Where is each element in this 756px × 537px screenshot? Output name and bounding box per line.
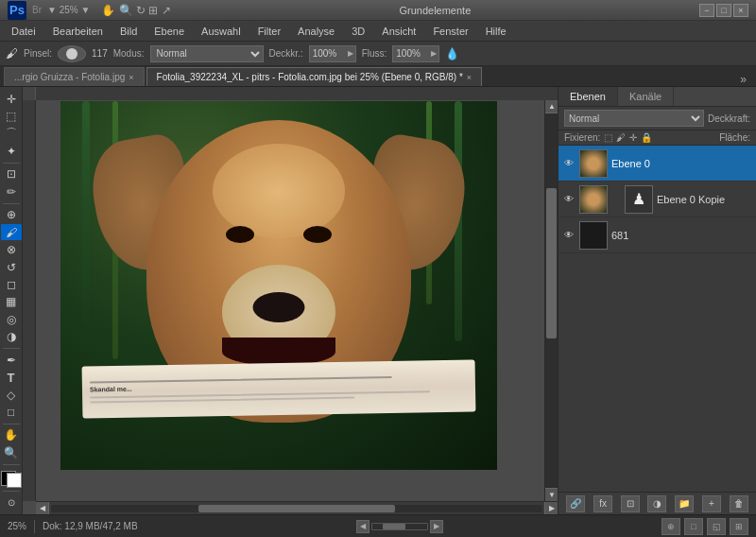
gradient-tool[interactable]: ▦ (1, 294, 22, 310)
flow-input[interactable]: 100% ▶ (392, 45, 439, 62)
scroll-right-button[interactable]: ▶ (544, 502, 558, 515)
scroll-left-button[interactable]: ◀ (36, 502, 49, 515)
eyedropper-tool[interactable]: ✏ (1, 183, 22, 199)
dog-eye-right (303, 226, 332, 243)
stalk-1 (82, 101, 90, 322)
new-layer-button[interactable]: + (702, 495, 721, 512)
clone-tool[interactable]: ⊗ (1, 241, 22, 257)
brush-tool[interactable]: 🖌 (1, 224, 22, 240)
tab-overflow-button[interactable]: » (734, 73, 752, 86)
menu-ansicht[interactable]: Ansicht (374, 24, 423, 39)
menu-bearbeiten[interactable]: Bearbeiten (45, 24, 111, 39)
status-arrow-left[interactable]: ◀ (356, 520, 369, 533)
canvas-area[interactable]: Skandal me... ◀ ▶ ▲ ▼ (23, 87, 558, 514)
pen-tool[interactable]: ✒ (1, 352, 22, 368)
layer-item-0[interactable]: 👁 Ebene 0 (558, 146, 756, 182)
tab-ebenen[interactable]: Ebenen (558, 87, 618, 106)
hand-tool[interactable]: ✋ (1, 427, 22, 443)
zoom-tool[interactable]: 🔍 (1, 444, 22, 460)
scroll-down-button[interactable]: ▼ (545, 488, 558, 501)
layer-visibility-1[interactable]: 👁 (562, 193, 576, 206)
layer-item-1[interactable]: 👁 ♟ Ebene 0 Kopie (558, 182, 756, 217)
new-group-button[interactable]: 📁 (675, 495, 694, 512)
brush-preview[interactable] (58, 45, 86, 62)
menu-fenster[interactable]: Fenster (425, 24, 475, 39)
adjustment-layer-button[interactable]: ◑ (647, 495, 666, 512)
link-layers-button[interactable]: 🔗 (566, 495, 585, 512)
menu-bild[interactable]: Bild (112, 24, 145, 39)
tab-close-1[interactable]: × (467, 73, 472, 82)
menu-auswahl[interactable]: Auswahl (194, 24, 249, 39)
vertical-scrollbar[interactable]: ▲ ▼ (544, 100, 558, 501)
layer-visibility-2[interactable]: 👁 (562, 229, 576, 242)
history-tool[interactable]: ↺ (1, 259, 22, 275)
text-tool[interactable]: T (1, 369, 22, 385)
background-color[interactable] (7, 473, 22, 488)
lock-transparent-icon[interactable]: ⬚ (604, 132, 612, 143)
lock-move-icon[interactable]: ✛ (629, 132, 637, 143)
status-arrow-right[interactable]: ▶ (430, 520, 443, 533)
ps-icon: Ps (8, 1, 26, 20)
healing-tool[interactable]: ⊕ (1, 206, 22, 222)
quick-mask-tool[interactable]: ⊙ (1, 494, 22, 511)
lasso-tool[interactable]: ⌒ (1, 126, 22, 142)
vertical-scroll-thumb[interactable] (546, 188, 557, 338)
status-icon-1[interactable]: ⊕ (662, 518, 680, 535)
canvas-wrapper[interactable]: Skandal me... (60, 101, 497, 470)
lock-paint-icon[interactable]: 🖌 (616, 132, 626, 143)
restore-button[interactable]: □ (716, 4, 731, 17)
crop-tool[interactable]: ⊡ (1, 166, 22, 182)
document-canvas[interactable]: Skandal me... (60, 101, 497, 470)
blur-tool[interactable]: ◎ (1, 311, 22, 327)
close-button[interactable]: × (733, 4, 748, 17)
layer-blend-mode-select[interactable]: Normal (564, 110, 704, 127)
status-icon-3[interactable]: ◱ (707, 518, 726, 535)
layer-mask-button[interactable]: ⊡ (621, 495, 640, 512)
minimize-button[interactable]: − (699, 4, 714, 17)
move-tool[interactable]: ✛ (1, 91, 22, 107)
menu-analyse[interactable]: Analyse (290, 24, 342, 39)
horizontal-scroll-thumb[interactable] (198, 505, 395, 512)
tool-separator-6 (3, 491, 20, 492)
panel-tabs: Ebenen Kanäle (558, 87, 756, 107)
shape-tool[interactable]: □ (1, 404, 22, 420)
layer-link-0 (743, 159, 752, 168)
window-controls[interactable]: − □ × (699, 4, 748, 17)
tab-fotolia-xl[interactable]: Fotolia_3922234_XL - pitrs - Fotolia.com… (146, 67, 483, 86)
dodge-tool[interactable]: ◑ (1, 329, 22, 345)
dog-eye-left (226, 226, 254, 243)
tab-fotolia-jpg[interactable]: ...rgio Gruizza - Fotolia.jpg × (4, 67, 145, 86)
horizontal-scrollbar[interactable]: ◀ ▶ (36, 501, 558, 514)
dog-nose (253, 292, 305, 322)
scroll-up-button[interactable]: ▲ (545, 100, 558, 113)
options-bar: 🖌 Pinsel: 117 Modus: Normal Deckkr.: 100… (0, 42, 756, 66)
color-swatches[interactable] (1, 471, 22, 487)
path-tool[interactable]: ◇ (1, 387, 22, 403)
opacity-input[interactable]: 100% ▶ (309, 45, 356, 62)
marquee-tool[interactable]: ⬚ (1, 108, 22, 124)
tab-close-0[interactable]: × (129, 73, 133, 82)
lock-all-icon[interactable]: 🔒 (641, 132, 652, 143)
layer-visibility-0[interactable]: 👁 (562, 157, 576, 170)
layer-name-1: Ebene 0 Kopie (657, 194, 752, 205)
menu-hilfe[interactable]: Hilfe (478, 24, 514, 39)
layer-item-2[interactable]: 👁 681 (558, 217, 756, 253)
layer-style-button[interactable]: fx (593, 495, 612, 512)
status-icon-2[interactable]: □ (684, 518, 703, 535)
airbrush-icon[interactable]: 💧 (445, 47, 459, 61)
menu-3d[interactable]: 3D (344, 24, 372, 39)
menu-ebene[interactable]: Ebene (146, 24, 192, 39)
tool-separator-1 (3, 163, 20, 164)
tab-kanaele[interactable]: Kanäle (618, 87, 674, 106)
tab-label-0: ...rgio Gruizza - Fotolia.jpg (14, 72, 125, 82)
status-icon-4[interactable]: ⊞ (730, 518, 748, 535)
delete-layer-button[interactable]: 🗑 (730, 495, 748, 512)
magic-wand-tool[interactable]: ✦ (1, 143, 22, 159)
menu-filter[interactable]: Filter (250, 24, 288, 39)
menu-datei[interactable]: Datei (4, 24, 43, 39)
eraser-tool[interactable]: ◻ (1, 276, 22, 292)
tab-label-1: Fotolia_3922234_XL - pitrs - Fotolia.com… (157, 72, 463, 82)
blend-mode-select[interactable]: Normal (150, 45, 264, 62)
status-scroll-bar[interactable] (371, 523, 428, 530)
layer-thumb-image-0 (580, 150, 607, 177)
